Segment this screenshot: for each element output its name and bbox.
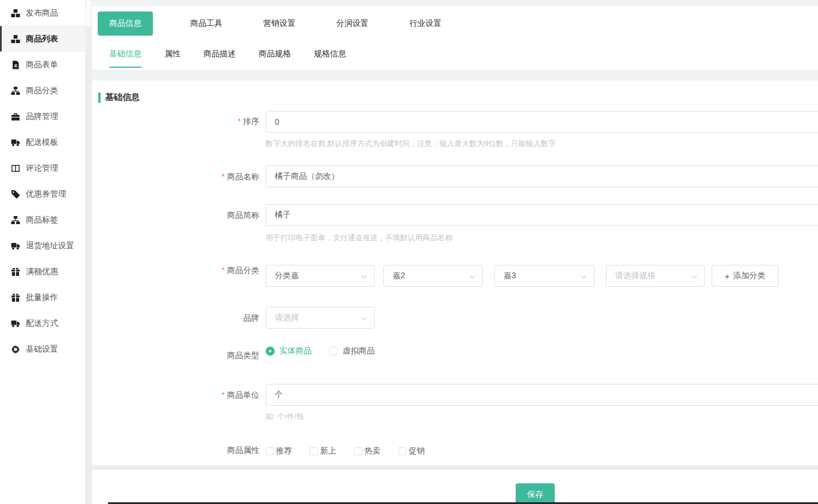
checkbox-new[interactable]: 新上 [310,446,336,456]
plus-icon: + [725,272,730,280]
briefcase-icon [11,112,20,121]
category-select-level3[interactable]: 嘉3 [494,265,594,287]
radio-selected-icon [266,347,275,356]
gift-icon [11,293,20,302]
brand-select[interactable]: 请选择 [266,307,375,329]
sidebar-item-product-category[interactable]: 商品分类 [0,78,85,103]
subtab-attributes[interactable]: 属性 [164,49,181,68]
checkbox-icon [398,447,406,455]
short-name-input[interactable] [266,204,818,226]
sidebar-item-delivery-method[interactable]: 配送方式 [0,310,85,336]
sidebar-item-delivery-template[interactable]: 配送模板 [0,129,85,155]
truck-icon [11,241,20,251]
unit-help-text: 如: 个/件/包 [266,413,304,420]
tab-marketing-settings[interactable]: 营销设置 [260,18,299,29]
section-accent-bar [98,93,101,103]
sidebar-item-label: 退货地址设置 [26,241,74,251]
sidebar-item-full-discount[interactable]: 满额优惠 [0,259,85,284]
sidebar-item-label: 商品分类 [26,86,58,96]
sidebar-scrollbar-track [85,0,92,504]
sidebar-item-publish-product[interactable]: 发布商品 [0,0,85,26]
cubes-icon [11,34,20,44]
unit-input[interactable] [266,384,818,406]
tab-product-tools[interactable]: 商品工具 [187,18,226,29]
short-name-label: 商品简称 [92,211,259,219]
radio-virtual-product[interactable]: 虚拟商品 [329,346,375,356]
sidebar-item-label: 品牌管理 [26,111,58,122]
sidebar-item-product-form[interactable]: 商品表单 [0,52,85,78]
sidebar-item-basic-settings[interactable]: 基础设置 [0,336,85,362]
add-category-button[interactable]: + 添加分类 [712,265,778,287]
sidebar-item-label: 批量操作 [26,293,58,303]
sidebar-item-label: 配送方式 [26,318,58,329]
truck-icon [11,319,20,328]
basic-info-form-card: 基础信息 *排序 数字大的排名在前,默认排序方式为创建时间，注意：输入最大数为9… [92,80,818,465]
sidebar-item-label: 发布商品 [26,8,58,18]
sidebar-item-batch-operation[interactable]: 批量操作 [0,284,85,310]
sidebar-item-comment-manage[interactable]: 评论管理 [0,155,85,181]
radio-physical-product[interactable]: 实体商品 [266,346,312,356]
chevron-down-icon [362,315,367,321]
sidebar-item-return-address[interactable]: 退货地址设置 [0,233,85,259]
chevron-down-icon [362,273,367,279]
sidebar-item-label: 满额优惠 [26,267,58,277]
checkbox-hot-sale[interactable]: 热卖 [354,446,381,456]
gift-icon [11,267,20,276]
sidebar: 发布商品 商品列表 商品表单 商品分类 品牌管理 配送模板 评论管理 优惠券管理… [0,0,85,504]
sidebar-item-product-list[interactable]: 商品列表 [0,26,85,52]
subtab-product-spec[interactable]: 商品规格 [259,49,291,68]
chevron-down-icon [470,273,475,279]
category-select-level2[interactable]: 嘉2 [383,265,483,287]
subtab-product-description[interactable]: 商品描述 [203,49,236,68]
truck-icon [11,138,20,147]
category-select-level1[interactable]: 分类嘉 [266,265,375,287]
tag-icon [11,190,20,199]
tabs-card: 商品信息 商品工具 营销设置 分润设置 行业设置 基础信息 属性 商品描述 商品… [92,6,818,70]
tab-product-info[interactable]: 商品信息 [98,11,153,36]
sitemap-icon [11,86,20,95]
checkbox-icon [310,447,318,455]
sitemap-icon [11,216,20,225]
attributes-label: 商品属性 [92,446,259,454]
product-type-label: 商品类型 [92,351,259,359]
sort-label: *排序 [92,117,259,125]
sidebar-item-label: 商品标签 [26,215,58,225]
chevron-down-icon [692,273,697,279]
tab-industry-settings[interactable]: 行业设置 [406,18,445,29]
tab-profit-settings[interactable]: 分润设置 [333,18,372,29]
sidebar-item-coupon-manage[interactable]: 优惠券管理 [0,181,85,207]
product-name-input[interactable] [266,166,818,187]
sidebar-item-product-tag[interactable]: 商品标签 [0,207,85,233]
sidebar-item-brand-manage[interactable]: 品牌管理 [0,103,85,129]
sub-tabs: 基础信息 属性 商品描述 商品规格 规格信息 [109,49,346,68]
product-type-radio-group: 实体商品 虚拟商品 [266,346,375,356]
category-select-spec[interactable]: 请选择规格 [606,265,705,287]
radio-unselected-icon [329,347,338,356]
category-label: *商品分类 [92,266,259,274]
sidebar-item-label: 配送模板 [26,137,58,148]
subtab-spec-info[interactable]: 规格信息 [314,49,346,68]
sidebar-item-label: 商品列表 [26,34,58,44]
sidebar-item-label: 商品表单 [26,60,58,70]
subtab-basic-info[interactable]: 基础信息 [109,49,141,68]
checkbox-recommend[interactable]: 推荐 [266,446,292,456]
sidebar-scrollbar-thumb[interactable] [86,0,91,27]
checkbox-icon [354,447,362,455]
gear-icon [11,345,20,354]
sidebar-item-label: 评论管理 [26,163,58,174]
short-name-help-text: 用于打印电子面单，支付通道推送，不填默认用商品名称 [266,234,452,241]
chevron-down-icon [581,273,587,279]
sort-input[interactable] [266,111,818,133]
file-excel-icon [11,60,20,70]
section-title: 基础信息 [105,92,140,103]
section-header: 基础信息 [98,92,140,103]
sidebar-item-label: 优惠券管理 [26,189,66,199]
sort-help-text: 数字大的排名在前,默认排序方式为创建时间，注意：输入最大数为9位数，只能输入数字 [266,140,556,147]
product-name-label: *商品名称 [92,172,259,180]
checkbox-promotion[interactable]: 促销 [398,446,425,456]
columns-icon [11,164,20,173]
unit-label: *商品单位 [92,391,259,399]
save-button[interactable]: 保存 [516,483,555,504]
form-footer-bar: 保存 [92,470,818,504]
checkbox-icon [266,447,274,455]
